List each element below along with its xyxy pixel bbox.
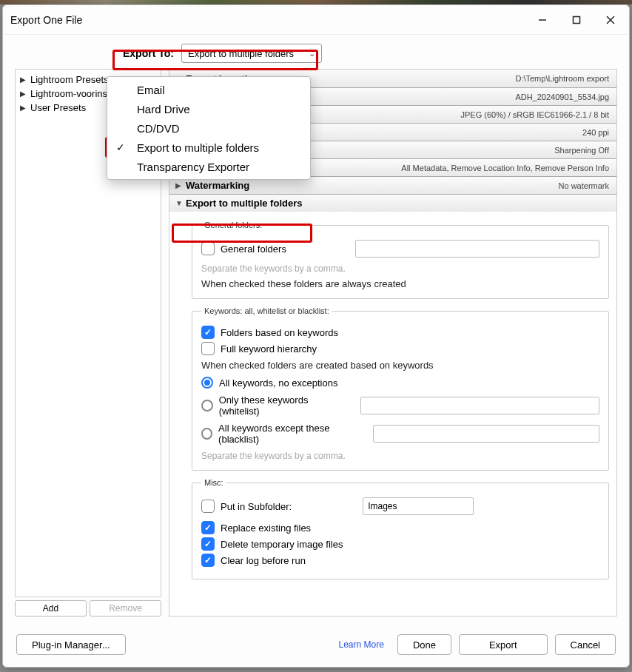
minimize-button[interactable] — [525, 8, 559, 32]
replace-files-label: Replace existing files — [221, 523, 311, 534]
dropdown-item-multiple-folders[interactable]: ✓ Export to multiple folders — [107, 138, 310, 157]
expand-icon: ▼ — [175, 199, 186, 207]
done-button[interactable]: Done — [397, 634, 451, 655]
keywords-legend: Keywords: all, whitelist or blacklist: — [201, 306, 332, 315]
general-hint: Separate the keywords by a comma. — [201, 263, 599, 274]
radio-all-label: All keywords, no exceptions — [219, 377, 337, 389]
export-to-selected: Export to multiple folders — [188, 48, 294, 59]
misc-group: Misc: Put in Subfolder: Replace existing… — [192, 478, 609, 579]
section-name: Export to multiple folders — [186, 198, 302, 209]
radio-all-keywords[interactable] — [201, 377, 213, 389]
chevron-down-icon: ⌄ — [309, 49, 315, 58]
radio-whitelist-label: Only these keywords (whitelist) — [219, 394, 349, 417]
export-to-row: Export To: Export to multiple folders ⌄ — [3, 35, 629, 69]
section-summary: All Metadata, Remove Location Info, Remo… — [401, 164, 609, 172]
full-hierarchy-checkbox[interactable] — [201, 342, 215, 355]
radio-blacklist-label: All keywords except these (blacklist) — [218, 423, 361, 445]
export-to-label: Export To: — [123, 47, 174, 59]
dropdown-item-email[interactable]: Email — [107, 80, 310, 99]
section-export-multiple-folders[interactable]: ▼ Export to multiple folders — [169, 194, 616, 212]
remove-preset-button[interactable]: Remove — [90, 600, 161, 616]
titlebar: Export One File — [3, 5, 629, 35]
general-note: When checked these folders are always cr… — [201, 278, 599, 289]
export-to-combo[interactable]: Export to multiple folders ⌄ — [181, 44, 322, 63]
general-folders-checkbox[interactable] — [201, 242, 215, 255]
dropdown-item-label: Transparency Exporter — [137, 161, 249, 173]
section-summary: No watermark — [559, 181, 609, 190]
expand-icon: ▶ — [20, 75, 26, 84]
preset-buttons: Add Remove — [15, 600, 161, 616]
dropdown-item-hard-drive[interactable]: Hard Drive — [107, 99, 310, 118]
section-summary: Sharpening Off — [554, 146, 609, 155]
expand-icon: ▶ — [20, 90, 26, 98]
keywords-group: Keywords: all, whitelist or blacklist: F… — [192, 306, 609, 471]
learn-more-link[interactable]: Learn More — [339, 639, 390, 650]
general-legend: General folders: — [201, 221, 265, 229]
clear-log-checkbox[interactable] — [201, 554, 215, 567]
section-body-export-multiple-folders: General folders: General folders Separat… — [169, 212, 616, 597]
window-title: Export One File — [10, 14, 525, 26]
plugin-manager-button[interactable]: Plug-in Manager... — [16, 634, 126, 655]
dropdown-item-label: Email — [137, 84, 165, 96]
export-button[interactable]: Export — [459, 634, 548, 655]
section-summary: D:\Temp\Lightroom export — [515, 74, 609, 83]
keywords-hint: Separate the keywords by a comma. — [201, 451, 599, 461]
subfolder-checkbox[interactable] — [201, 500, 215, 513]
add-preset-button[interactable]: Add — [15, 600, 87, 616]
preset-item-label: User Presets — [30, 102, 86, 113]
footer: Plug-in Manager... Learn More Done Expor… — [3, 624, 629, 667]
keywords-note: When checked folders are created based o… — [201, 360, 599, 371]
dropdown-item-cd-dvd[interactable]: CD/DVD — [107, 118, 310, 138]
section-summary: JPEG (60%) / sRGB IEC61966-2.1 / 8 bit — [460, 110, 609, 119]
misc-legend: Misc: — [201, 478, 226, 487]
radio-blacklist[interactable] — [201, 428, 212, 440]
subfolder-label: Put in Subfolder: — [221, 501, 292, 512]
general-folders-input[interactable] — [355, 240, 599, 258]
export-to-dropdown: Email Hard Drive CD/DVD ✓ Export to mult… — [107, 76, 311, 180]
full-hierarchy-label: Full keyword hierarchy — [221, 343, 317, 355]
preset-item-label: Lightroom Presets — [30, 74, 109, 85]
section-summary: ADH_20240901_5534.jpg — [515, 93, 609, 101]
folders-based-label: Folders based on keywords — [221, 327, 338, 338]
svg-rect-1 — [574, 16, 580, 23]
radio-whitelist[interactable] — [201, 400, 213, 411]
blacklist-input[interactable] — [373, 425, 599, 443]
replace-files-checkbox[interactable] — [201, 521, 215, 534]
dropdown-item-label: CD/DVD — [137, 122, 180, 135]
maximize-button[interactable] — [559, 8, 594, 32]
collapse-icon: ▶ — [175, 181, 186, 189]
whitelist-input[interactable] — [360, 397, 599, 414]
delete-temp-checkbox[interactable] — [201, 537, 215, 551]
general-folders-label: General folders — [221, 243, 286, 255]
dropdown-item-label: Export to multiple folders — [137, 141, 259, 154]
subfolder-input[interactable] — [363, 497, 474, 515]
cancel-button[interactable]: Cancel — [555, 634, 616, 655]
dropdown-item-label: Hard Drive — [137, 103, 190, 115]
delete-temp-label: Delete temporary image files — [221, 539, 343, 550]
check-icon: ✓ — [116, 141, 125, 153]
folders-based-checkbox[interactable] — [201, 326, 215, 339]
general-folders-group: General folders: General folders Separat… — [192, 221, 609, 299]
section-name: Watermarking — [186, 180, 249, 191]
clear-log-label: Clear log before run — [221, 555, 306, 566]
export-dialog: Export One File Export To: Export to mul… — [2, 4, 630, 668]
expand-icon: ▶ — [20, 104, 26, 112]
content-area: ▶ Lightroom Presets ▶ Lightroom-voorinst… — [3, 69, 629, 624]
close-button[interactable] — [594, 8, 628, 32]
section-summary: 240 ppi — [582, 128, 609, 137]
dropdown-item-transparency-exporter[interactable]: Transparency Exporter — [107, 157, 310, 176]
